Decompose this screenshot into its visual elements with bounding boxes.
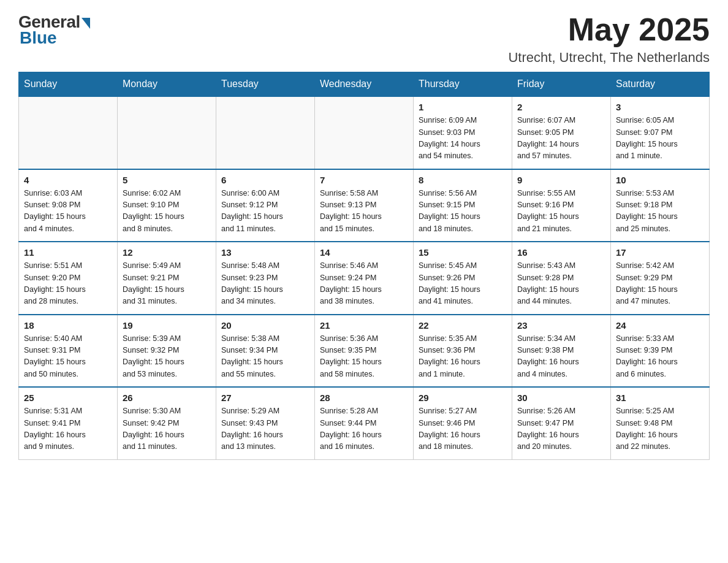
weekday-header-saturday: Saturday (611, 72, 710, 97)
day-info: Sunrise: 5:30 AMSunset: 9:42 PMDaylight:… (123, 405, 211, 453)
day-number: 10 (616, 175, 704, 185)
day-info: Sunrise: 5:38 AMSunset: 9:34 PMDaylight:… (221, 333, 309, 381)
day-number: 26 (123, 393, 211, 403)
day-info: Sunrise: 5:45 AMSunset: 9:26 PMDaylight:… (419, 260, 507, 308)
weekday-header-friday: Friday (512, 72, 611, 97)
calendar-cell: 2Sunrise: 6:07 AMSunset: 9:05 PMDaylight… (512, 96, 611, 169)
day-info: Sunrise: 5:33 AMSunset: 9:39 PMDaylight:… (616, 333, 704, 381)
calendar-cell: 31Sunrise: 5:25 AMSunset: 9:48 PMDayligh… (611, 387, 710, 459)
weekday-header-thursday: Thursday (414, 72, 512, 97)
day-number: 11 (24, 247, 112, 258)
day-info: Sunrise: 5:49 AMSunset: 9:21 PMDaylight:… (123, 260, 211, 308)
month-title: May 2025 (508, 12, 710, 47)
calendar-cell: 13Sunrise: 5:48 AMSunset: 9:23 PMDayligh… (216, 242, 315, 315)
day-info: Sunrise: 5:43 AMSunset: 9:28 PMDaylight:… (517, 260, 605, 308)
day-info: Sunrise: 5:56 AMSunset: 9:15 PMDaylight:… (419, 188, 507, 236)
calendar-cell: 16Sunrise: 5:43 AMSunset: 9:28 PMDayligh… (512, 242, 611, 315)
calendar-cell: 12Sunrise: 5:49 AMSunset: 9:21 PMDayligh… (118, 242, 216, 315)
day-info: Sunrise: 5:25 AMSunset: 9:48 PMDaylight:… (616, 405, 704, 453)
day-info: Sunrise: 5:35 AMSunset: 9:36 PMDaylight:… (419, 333, 507, 381)
weekday-header-wednesday: Wednesday (315, 72, 414, 97)
day-info: Sunrise: 5:36 AMSunset: 9:35 PMDaylight:… (320, 333, 408, 381)
day-number: 22 (419, 320, 507, 331)
day-number: 4 (24, 175, 112, 185)
logo-blue-text: Blue (20, 28, 57, 48)
calendar-cell: 7Sunrise: 5:58 AMSunset: 9:13 PMDaylight… (315, 169, 414, 242)
calendar-cell: 4Sunrise: 6:03 AMSunset: 9:08 PMDaylight… (19, 169, 118, 242)
page-header: General Blue May 2025 Utrecht, Utrecht, … (18, 12, 710, 66)
day-number: 13 (221, 247, 309, 258)
calendar-week-row-4: 18Sunrise: 5:40 AMSunset: 9:31 PMDayligh… (19, 315, 710, 388)
day-info: Sunrise: 6:02 AMSunset: 9:10 PMDaylight:… (123, 188, 211, 236)
calendar-cell: 6Sunrise: 6:00 AMSunset: 9:12 PMDaylight… (216, 169, 315, 242)
day-info: Sunrise: 6:05 AMSunset: 9:07 PMDaylight:… (616, 115, 704, 163)
weekday-header-tuesday: Tuesday (216, 72, 315, 97)
day-number: 17 (616, 247, 704, 258)
day-info: Sunrise: 5:31 AMSunset: 9:41 PMDaylight:… (24, 405, 112, 453)
calendar-cell: 8Sunrise: 5:56 AMSunset: 9:15 PMDaylight… (414, 169, 512, 242)
day-number: 6 (221, 175, 309, 185)
day-info: Sunrise: 5:48 AMSunset: 9:23 PMDaylight:… (221, 260, 309, 308)
day-info: Sunrise: 5:46 AMSunset: 9:24 PMDaylight:… (320, 260, 408, 308)
day-number: 31 (616, 393, 704, 403)
location-title: Utrecht, Utrecht, The Netherlands (508, 50, 710, 66)
day-number: 16 (517, 247, 605, 258)
day-number: 18 (24, 320, 112, 331)
calendar-cell: 5Sunrise: 6:02 AMSunset: 9:10 PMDaylight… (118, 169, 216, 242)
logo: General Blue (18, 12, 90, 48)
day-number: 28 (320, 393, 408, 403)
calendar-cell (19, 96, 118, 169)
day-number: 14 (320, 247, 408, 258)
calendar-cell: 10Sunrise: 5:53 AMSunset: 9:18 PMDayligh… (611, 169, 710, 242)
calendar-cell: 18Sunrise: 5:40 AMSunset: 9:31 PMDayligh… (19, 315, 118, 388)
day-number: 27 (221, 393, 309, 403)
calendar-header-row: SundayMondayTuesdayWednesdayThursdayFrid… (19, 72, 710, 97)
calendar-cell: 21Sunrise: 5:36 AMSunset: 9:35 PMDayligh… (315, 315, 414, 388)
day-number: 9 (517, 175, 605, 185)
calendar-week-row-3: 11Sunrise: 5:51 AMSunset: 9:20 PMDayligh… (19, 242, 710, 315)
day-info: Sunrise: 5:40 AMSunset: 9:31 PMDaylight:… (24, 333, 112, 381)
calendar-cell (118, 96, 216, 169)
calendar-table: SundayMondayTuesdayWednesdayThursdayFrid… (18, 72, 710, 460)
calendar-cell: 29Sunrise: 5:27 AMSunset: 9:46 PMDayligh… (414, 387, 512, 459)
day-number: 12 (123, 247, 211, 258)
day-number: 30 (517, 393, 605, 403)
calendar-cell (315, 96, 414, 169)
calendar-cell: 19Sunrise: 5:39 AMSunset: 9:32 PMDayligh… (118, 315, 216, 388)
day-number: 21 (320, 320, 408, 331)
day-info: Sunrise: 5:51 AMSunset: 9:20 PMDaylight:… (24, 260, 112, 308)
calendar-cell: 15Sunrise: 5:45 AMSunset: 9:26 PMDayligh… (414, 242, 512, 315)
day-info: Sunrise: 5:29 AMSunset: 9:43 PMDaylight:… (221, 405, 309, 453)
day-info: Sunrise: 5:39 AMSunset: 9:32 PMDaylight:… (123, 333, 211, 381)
calendar-cell: 23Sunrise: 5:34 AMSunset: 9:38 PMDayligh… (512, 315, 611, 388)
day-info: Sunrise: 6:09 AMSunset: 9:03 PMDaylight:… (419, 115, 507, 163)
day-info: Sunrise: 5:26 AMSunset: 9:47 PMDaylight:… (517, 405, 605, 453)
day-number: 24 (616, 320, 704, 331)
calendar-cell: 3Sunrise: 6:05 AMSunset: 9:07 PMDaylight… (611, 96, 710, 169)
calendar-cell: 30Sunrise: 5:26 AMSunset: 9:47 PMDayligh… (512, 387, 611, 459)
day-info: Sunrise: 5:34 AMSunset: 9:38 PMDaylight:… (517, 333, 605, 381)
calendar-cell: 26Sunrise: 5:30 AMSunset: 9:42 PMDayligh… (118, 387, 216, 459)
day-number: 20 (221, 320, 309, 331)
day-number: 25 (24, 393, 112, 403)
logo-arrow-icon (82, 18, 90, 29)
day-number: 1 (419, 102, 507, 112)
day-info: Sunrise: 5:55 AMSunset: 9:16 PMDaylight:… (517, 188, 605, 236)
day-number: 2 (517, 102, 605, 112)
day-number: 29 (419, 393, 507, 403)
day-number: 23 (517, 320, 605, 331)
day-info: Sunrise: 6:03 AMSunset: 9:08 PMDaylight:… (24, 188, 112, 236)
calendar-week-row-2: 4Sunrise: 6:03 AMSunset: 9:08 PMDaylight… (19, 169, 710, 242)
calendar-cell: 24Sunrise: 5:33 AMSunset: 9:39 PMDayligh… (611, 315, 710, 388)
day-number: 3 (616, 102, 704, 112)
calendar-cell: 9Sunrise: 5:55 AMSunset: 9:16 PMDaylight… (512, 169, 611, 242)
calendar-cell (216, 96, 315, 169)
weekday-header-monday: Monday (118, 72, 216, 97)
calendar-cell: 22Sunrise: 5:35 AMSunset: 9:36 PMDayligh… (414, 315, 512, 388)
day-info: Sunrise: 5:53 AMSunset: 9:18 PMDaylight:… (616, 188, 704, 236)
calendar-cell: 25Sunrise: 5:31 AMSunset: 9:41 PMDayligh… (19, 387, 118, 459)
calendar-cell: 28Sunrise: 5:28 AMSunset: 9:44 PMDayligh… (315, 387, 414, 459)
day-info: Sunrise: 5:42 AMSunset: 9:29 PMDaylight:… (616, 260, 704, 308)
calendar-cell: 17Sunrise: 5:42 AMSunset: 9:29 PMDayligh… (611, 242, 710, 315)
day-number: 15 (419, 247, 507, 258)
